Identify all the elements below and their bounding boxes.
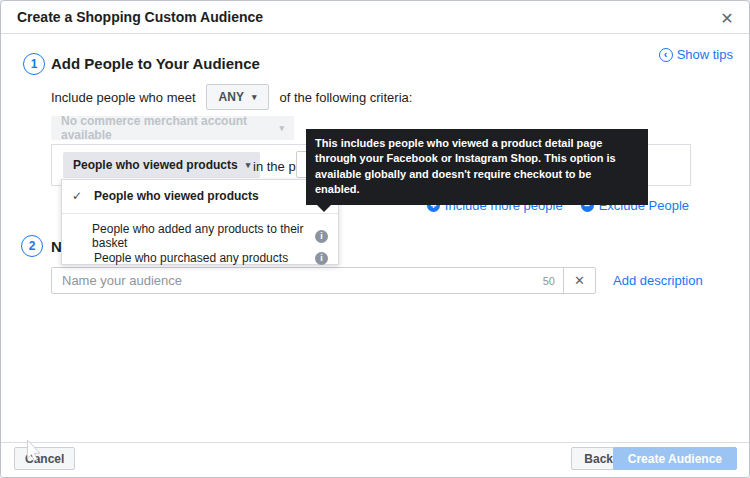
check-icon: ✓ — [72, 189, 86, 203]
dialog-header: Create a Shopping Custom Audience — [1, 1, 749, 34]
criteria-sentence: Include people who meet ANY ▾ of the fol… — [51, 84, 412, 110]
close-icon[interactable]: ✕ — [715, 6, 739, 30]
event-type-menu: ✓ People who viewed products i People wh… — [61, 179, 339, 265]
menu-item-purchased[interactable]: People who purchased any products i — [62, 247, 338, 269]
info-tooltip: This includes people who viewed a produc… — [306, 129, 648, 205]
clear-input-button[interactable]: ✕ — [563, 268, 595, 293]
event-type-value: People who viewed products — [73, 158, 238, 172]
criteria-prefix-text: Include people who meet — [51, 90, 196, 105]
merchant-account-dropdown: No commerce merchant account available ▾ — [51, 116, 294, 140]
audience-name-field: 50 ✕ — [51, 267, 596, 294]
character-counter: 50 — [543, 275, 563, 287]
step-1-title: Add People to Your Audience — [51, 55, 260, 72]
match-type-value: ANY — [219, 90, 244, 104]
create-audience-button[interactable]: Create Audience — [613, 447, 737, 470]
show-tips-label: Show tips — [677, 47, 733, 62]
tooltip-text: This includes people who viewed a produc… — [315, 137, 616, 195]
chevron-down-icon: ▾ — [246, 161, 251, 170]
menu-divider — [62, 213, 338, 214]
info-icon[interactable]: i — [315, 230, 328, 243]
chevron-left-circle-icon: ‹ — [659, 48, 673, 62]
step-1-indicator: 1 — [23, 53, 45, 75]
criteria-suffix-text: of the following criteria: — [279, 90, 412, 105]
event-type-dropdown[interactable]: People who viewed products ▾ — [63, 152, 260, 178]
chevron-down-icon: ▾ — [252, 93, 257, 102]
add-description-link[interactable]: Add description — [613, 273, 703, 288]
mouse-cursor-icon — [26, 440, 41, 462]
menu-item-added-to-basket[interactable]: People who added any products to their b… — [62, 225, 338, 247]
merchant-account-dropdown-label: No commerce merchant account available — [61, 114, 279, 142]
show-tips-link[interactable]: ‹ Show tips — [659, 47, 733, 62]
create-shopping-custom-audience-dialog: Create a Shopping Custom Audience ✕ ‹ Sh… — [0, 0, 750, 478]
dialog-title: Create a Shopping Custom Audience — [17, 9, 263, 25]
cancel-button[interactable]: Cancel — [14, 447, 75, 470]
menu-item-label: People who viewed products — [94, 189, 259, 203]
match-type-dropdown[interactable]: ANY ▾ — [206, 84, 270, 110]
chevron-down-icon: ▾ — [279, 124, 284, 133]
info-icon[interactable]: i — [315, 252, 328, 265]
menu-item-label: People who added any products to their b… — [92, 222, 307, 250]
dialog-footer: Cancel Back Create Audience — [1, 442, 749, 477]
menu-item-viewed-products[interactable]: ✓ People who viewed products i — [62, 184, 338, 208]
menu-item-label: People who purchased any products — [94, 251, 288, 265]
step-2-indicator: 2 — [21, 235, 43, 257]
audience-name-input[interactable] — [52, 273, 543, 288]
tooltip-caret — [317, 205, 331, 212]
